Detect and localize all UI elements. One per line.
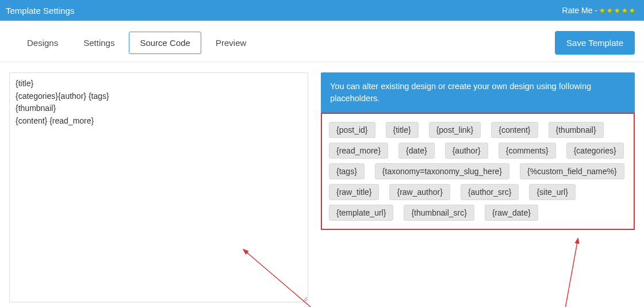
star-icon: ★ (599, 6, 606, 14)
placeholder-tag[interactable]: {title} (386, 122, 419, 138)
placeholder-tag[interactable]: {raw_date} (485, 205, 538, 221)
placeholder-tag[interactable]: {post_id} (329, 122, 375, 138)
rating-stars[interactable]: ★ ★ ★ ★ ★ (599, 6, 636, 14)
placeholder-tag[interactable]: {site_url} (529, 184, 575, 200)
placeholder-tag[interactable]: {tags} (329, 163, 365, 179)
rate-label: Rate Me - (562, 6, 597, 15)
placeholder-tag[interactable]: {read_more} (329, 143, 388, 159)
placeholder-panel: You can alter existing design or create … (321, 72, 635, 302)
placeholder-tag[interactable]: {comments} (499, 143, 556, 159)
content-area: You can alter existing design or create … (0, 62, 644, 307)
star-icon: ★ (614, 6, 621, 14)
tab-designs[interactable]: Designs (16, 32, 69, 54)
placeholder-tag[interactable]: {%custom_field_name%} (520, 163, 624, 179)
placeholder-list: {post_id}{title}{post_link}{content}{thu… (321, 113, 635, 230)
star-icon: ★ (621, 6, 628, 14)
tab-settings[interactable]: Settings (72, 32, 125, 54)
rate-me[interactable]: Rate Me - ★ ★ ★ ★ ★ (562, 6, 636, 15)
top-bar: Template Settings Rate Me - ★ ★ ★ ★ ★ (0, 0, 644, 21)
placeholder-tag[interactable]: {raw_author} (389, 184, 450, 200)
placeholder-tag[interactable]: {author_src} (461, 184, 519, 200)
placeholder-tag[interactable]: {date} (398, 143, 435, 159)
placeholder-tag[interactable]: {author} (445, 143, 488, 159)
source-code-editor[interactable] (9, 72, 308, 302)
placeholder-tag[interactable]: {thumbnail} (549, 122, 604, 138)
placeholder-tag[interactable]: {thumbnail_src} (404, 205, 474, 221)
tab-row: Designs Settings Source Code Preview Sav… (0, 21, 644, 62)
placeholder-tag[interactable]: {categories} (566, 143, 624, 159)
placeholder-tag[interactable]: {raw_title} (329, 184, 379, 200)
info-banner: You can alter existing design or create … (321, 72, 635, 113)
page-title: Template Settings (6, 6, 74, 16)
placeholder-tag[interactable]: {template_url} (329, 205, 393, 221)
tab-source-code[interactable]: Source Code (129, 32, 201, 54)
tab-preview[interactable]: Preview (205, 32, 257, 54)
star-icon: ★ (628, 6, 636, 14)
tab-list: Designs Settings Source Code Preview (16, 32, 257, 54)
placeholder-tag[interactable]: {taxonomy=taxonomy_slug_here} (375, 163, 509, 179)
star-icon: ★ (606, 6, 614, 14)
save-template-button[interactable]: Save Template (555, 31, 635, 55)
placeholder-tag[interactable]: {post_link} (429, 122, 481, 138)
placeholder-tag[interactable]: {content} (491, 122, 538, 138)
